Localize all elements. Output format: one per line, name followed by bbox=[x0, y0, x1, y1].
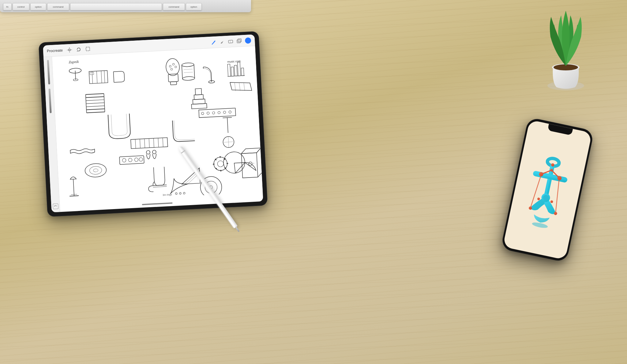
key-command: command bbox=[47, 3, 69, 10]
anchor-svg bbox=[515, 143, 580, 237]
svg-point-35 bbox=[182, 76, 195, 81]
svg-line-41 bbox=[135, 139, 136, 148]
svg-point-111 bbox=[207, 112, 209, 114]
svg-line-21 bbox=[101, 71, 102, 83]
svg-line-82 bbox=[86, 100, 104, 101]
smudge-icon[interactable] bbox=[219, 39, 225, 45]
svg-point-48 bbox=[146, 150, 150, 154]
svg-line-45 bbox=[154, 138, 154, 148]
svg-rect-10 bbox=[228, 40, 233, 43]
ipad-screen[interactable]: Procreate bbox=[43, 34, 263, 212]
svg-text:music cont.: music cont. bbox=[227, 59, 241, 63]
svg-point-53 bbox=[134, 158, 138, 162]
svg-point-110 bbox=[201, 112, 204, 114]
svg-line-59 bbox=[223, 118, 232, 118]
svg-point-138 bbox=[537, 197, 540, 200]
svg-rect-76 bbox=[193, 99, 205, 104]
svg-line-58 bbox=[227, 118, 228, 133]
svg-rect-124 bbox=[544, 163, 555, 198]
svg-point-25 bbox=[166, 58, 180, 76]
svg-line-97 bbox=[239, 83, 240, 91]
svg-line-84 bbox=[86, 106, 105, 107]
svg-point-112 bbox=[212, 112, 215, 114]
svg-text:°: ° bbox=[253, 162, 255, 165]
svg-point-103 bbox=[175, 193, 177, 194]
svg-point-56 bbox=[89, 166, 102, 174]
sketch-canvas[interactable]: Zapnik bbox=[52, 46, 263, 203]
ipad-device[interactable]: Procreate bbox=[39, 31, 268, 217]
svg-point-114 bbox=[223, 111, 226, 114]
gallery-button[interactable]: Procreate bbox=[47, 48, 63, 53]
svg-line-46 bbox=[158, 138, 159, 147]
svg-rect-9 bbox=[86, 47, 90, 51]
svg-rect-75 bbox=[194, 95, 204, 99]
svg-rect-77 bbox=[191, 103, 207, 109]
layers-icon[interactable] bbox=[236, 38, 242, 44]
svg-rect-94 bbox=[241, 68, 244, 76]
plant-svg bbox=[529, 0, 603, 92]
svg-line-98 bbox=[244, 83, 245, 91]
svg-point-139 bbox=[550, 200, 553, 203]
svg-line-79 bbox=[95, 149, 95, 152]
svg-rect-23 bbox=[90, 72, 94, 75]
svg-rect-91 bbox=[231, 67, 234, 76]
svg-point-142 bbox=[531, 221, 548, 229]
svg-line-8 bbox=[77, 51, 77, 51]
pencil-tool-icon[interactable] bbox=[211, 39, 216, 45]
svg-point-30 bbox=[175, 66, 177, 68]
eraser-icon[interactable] bbox=[228, 38, 234, 44]
svg-line-95 bbox=[227, 76, 245, 77]
svg-point-105 bbox=[183, 192, 185, 194]
svg-line-85 bbox=[86, 109, 105, 110]
svg-line-16 bbox=[75, 71, 76, 80]
svg-rect-92 bbox=[234, 65, 237, 76]
svg-point-64 bbox=[217, 161, 224, 167]
svg-line-19 bbox=[92, 71, 93, 84]
svg-rect-13 bbox=[238, 39, 242, 42]
svg-line-34 bbox=[194, 65, 194, 78]
svg-line-118 bbox=[73, 179, 74, 196]
svg-line-43 bbox=[145, 139, 145, 148]
svg-line-42 bbox=[140, 139, 141, 148]
lasso-icon[interactable] bbox=[76, 47, 81, 52]
svg-line-44 bbox=[149, 139, 150, 148]
svg-point-32 bbox=[182, 63, 194, 67]
key-space bbox=[70, 3, 162, 10]
svg-line-86 bbox=[87, 112, 105, 113]
svg-line-102 bbox=[153, 186, 167, 187]
plant bbox=[529, 0, 603, 92]
svg-point-52 bbox=[128, 158, 132, 162]
svg-line-22 bbox=[104, 71, 105, 83]
svg-rect-109 bbox=[199, 108, 236, 118]
undo-button[interactable] bbox=[53, 204, 58, 209]
svg-rect-93 bbox=[238, 62, 241, 76]
color-picker[interactable] bbox=[245, 37, 251, 43]
svg-line-33 bbox=[182, 65, 182, 79]
ipad-home-indicator bbox=[142, 202, 173, 205]
svg-line-47 bbox=[163, 138, 163, 147]
svg-line-20 bbox=[96, 71, 97, 83]
svg-line-96 bbox=[235, 82, 235, 91]
svg-point-28 bbox=[169, 65, 171, 67]
transform-icon[interactable] bbox=[85, 46, 90, 51]
svg-point-31 bbox=[171, 68, 172, 70]
svg-line-83 bbox=[86, 103, 104, 104]
svg-point-29 bbox=[172, 63, 174, 65]
svg-line-80 bbox=[86, 94, 104, 95]
opacity-slider[interactable] bbox=[48, 88, 51, 113]
svg-line-72 bbox=[216, 168, 217, 169]
svg-rect-74 bbox=[195, 88, 202, 95]
svg-rect-50 bbox=[119, 156, 144, 164]
svg-rect-18 bbox=[89, 70, 108, 84]
key-command-right: command bbox=[163, 3, 185, 10]
svg-line-24 bbox=[113, 72, 114, 82]
pencil-ring bbox=[181, 150, 186, 154]
keyboard: fn control option command command option bbox=[0, 0, 251, 12]
svg-point-57 bbox=[93, 169, 98, 172]
svg-line-36 bbox=[183, 69, 193, 70]
svg-rect-27 bbox=[171, 81, 177, 85]
adjust-icon[interactable] bbox=[67, 47, 72, 52]
brush-size-slider[interactable] bbox=[47, 60, 50, 84]
svg-point-3 bbox=[69, 49, 70, 51]
svg-point-49 bbox=[152, 150, 156, 154]
